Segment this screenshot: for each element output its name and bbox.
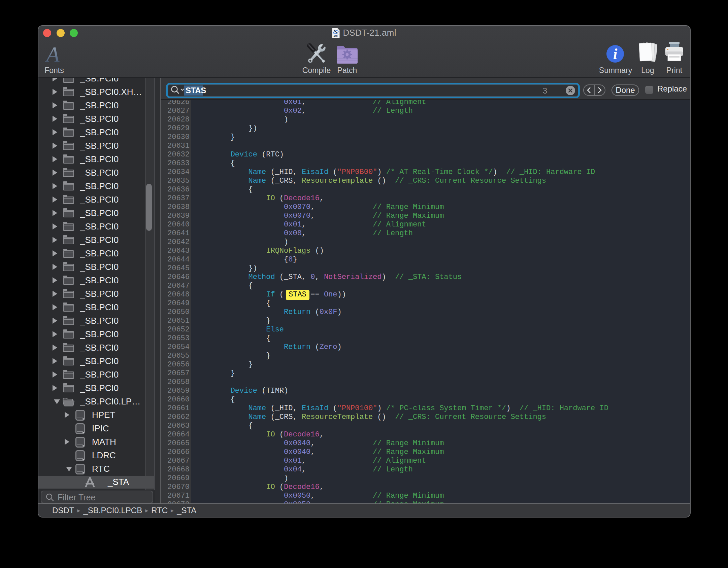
svg-text:A: A — [45, 42, 60, 63]
svg-text:i: i — [613, 46, 618, 62]
